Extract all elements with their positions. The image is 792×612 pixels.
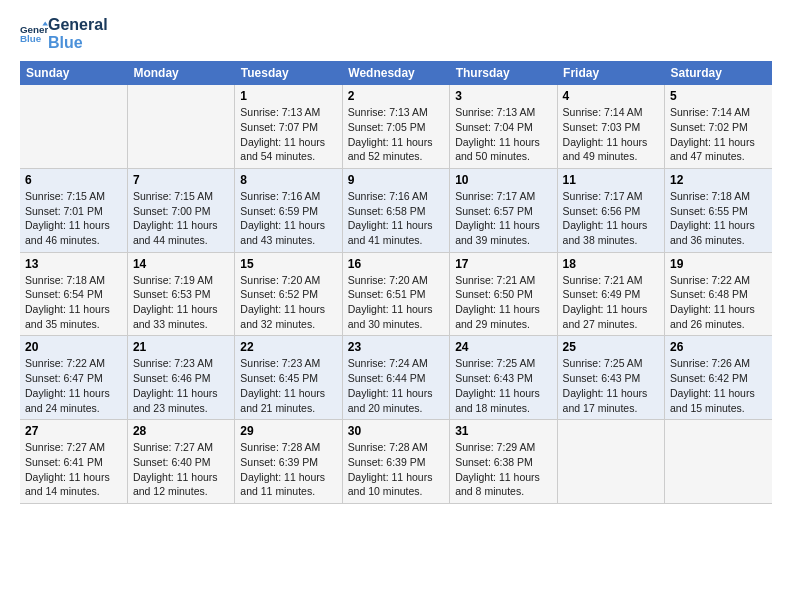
day-number: 14 [133, 257, 229, 271]
day-info: Sunrise: 7:28 AM Sunset: 6:39 PM Dayligh… [240, 440, 336, 499]
calendar-cell [127, 85, 234, 168]
calendar-cell: 23Sunrise: 7:24 AM Sunset: 6:44 PM Dayli… [342, 336, 449, 420]
calendar-cell: 16Sunrise: 7:20 AM Sunset: 6:51 PM Dayli… [342, 252, 449, 336]
header-day: Friday [557, 61, 664, 85]
logo: General Blue General Blue [20, 16, 108, 51]
calendar-cell: 3Sunrise: 7:13 AM Sunset: 7:04 PM Daylig… [450, 85, 557, 168]
calendar-cell: 31Sunrise: 7:29 AM Sunset: 6:38 PM Dayli… [450, 420, 557, 504]
header-day: Sunday [20, 61, 127, 85]
day-info: Sunrise: 7:16 AM Sunset: 6:59 PM Dayligh… [240, 189, 336, 248]
header-day: Wednesday [342, 61, 449, 85]
calendar-cell: 26Sunrise: 7:26 AM Sunset: 6:42 PM Dayli… [665, 336, 772, 420]
day-info: Sunrise: 7:29 AM Sunset: 6:38 PM Dayligh… [455, 440, 551, 499]
day-info: Sunrise: 7:15 AM Sunset: 7:00 PM Dayligh… [133, 189, 229, 248]
calendar-cell: 20Sunrise: 7:22 AM Sunset: 6:47 PM Dayli… [20, 336, 127, 420]
calendar-cell: 13Sunrise: 7:18 AM Sunset: 6:54 PM Dayli… [20, 252, 127, 336]
calendar-week-row: 1Sunrise: 7:13 AM Sunset: 7:07 PM Daylig… [20, 85, 772, 168]
day-number: 5 [670, 89, 767, 103]
calendar-cell: 6Sunrise: 7:15 AM Sunset: 7:01 PM Daylig… [20, 168, 127, 252]
day-number: 10 [455, 173, 551, 187]
calendar-cell: 1Sunrise: 7:13 AM Sunset: 7:07 PM Daylig… [235, 85, 342, 168]
day-number: 29 [240, 424, 336, 438]
calendar-cell: 29Sunrise: 7:28 AM Sunset: 6:39 PM Dayli… [235, 420, 342, 504]
day-number: 15 [240, 257, 336, 271]
calendar-cell: 14Sunrise: 7:19 AM Sunset: 6:53 PM Dayli… [127, 252, 234, 336]
calendar-cell: 28Sunrise: 7:27 AM Sunset: 6:40 PM Dayli… [127, 420, 234, 504]
header-row: SundayMondayTuesdayWednesdayThursdayFrid… [20, 61, 772, 85]
day-info: Sunrise: 7:27 AM Sunset: 6:41 PM Dayligh… [25, 440, 122, 499]
logo-general: General [48, 16, 108, 34]
day-info: Sunrise: 7:27 AM Sunset: 6:40 PM Dayligh… [133, 440, 229, 499]
day-number: 4 [563, 89, 659, 103]
day-info: Sunrise: 7:28 AM Sunset: 6:39 PM Dayligh… [348, 440, 444, 499]
calendar-week-row: 13Sunrise: 7:18 AM Sunset: 6:54 PM Dayli… [20, 252, 772, 336]
calendar-cell: 25Sunrise: 7:25 AM Sunset: 6:43 PM Dayli… [557, 336, 664, 420]
day-info: Sunrise: 7:17 AM Sunset: 6:56 PM Dayligh… [563, 189, 659, 248]
day-number: 27 [25, 424, 122, 438]
day-info: Sunrise: 7:13 AM Sunset: 7:07 PM Dayligh… [240, 105, 336, 164]
calendar-cell [665, 420, 772, 504]
day-number: 11 [563, 173, 659, 187]
day-info: Sunrise: 7:20 AM Sunset: 6:52 PM Dayligh… [240, 273, 336, 332]
logo-icon: General Blue [20, 20, 48, 48]
day-number: 3 [455, 89, 551, 103]
calendar-cell: 5Sunrise: 7:14 AM Sunset: 7:02 PM Daylig… [665, 85, 772, 168]
day-info: Sunrise: 7:14 AM Sunset: 7:03 PM Dayligh… [563, 105, 659, 164]
calendar-cell: 17Sunrise: 7:21 AM Sunset: 6:50 PM Dayli… [450, 252, 557, 336]
calendar-cell: 19Sunrise: 7:22 AM Sunset: 6:48 PM Dayli… [665, 252, 772, 336]
calendar-week-row: 6Sunrise: 7:15 AM Sunset: 7:01 PM Daylig… [20, 168, 772, 252]
day-info: Sunrise: 7:20 AM Sunset: 6:51 PM Dayligh… [348, 273, 444, 332]
day-number: 18 [563, 257, 659, 271]
calendar-cell: 12Sunrise: 7:18 AM Sunset: 6:55 PM Dayli… [665, 168, 772, 252]
day-number: 1 [240, 89, 336, 103]
day-info: Sunrise: 7:19 AM Sunset: 6:53 PM Dayligh… [133, 273, 229, 332]
day-number: 8 [240, 173, 336, 187]
day-info: Sunrise: 7:13 AM Sunset: 7:05 PM Dayligh… [348, 105, 444, 164]
day-number: 12 [670, 173, 767, 187]
calendar-cell: 11Sunrise: 7:17 AM Sunset: 6:56 PM Dayli… [557, 168, 664, 252]
day-info: Sunrise: 7:25 AM Sunset: 6:43 PM Dayligh… [455, 356, 551, 415]
calendar-cell: 27Sunrise: 7:27 AM Sunset: 6:41 PM Dayli… [20, 420, 127, 504]
day-info: Sunrise: 7:15 AM Sunset: 7:01 PM Dayligh… [25, 189, 122, 248]
day-info: Sunrise: 7:22 AM Sunset: 6:47 PM Dayligh… [25, 356, 122, 415]
day-info: Sunrise: 7:23 AM Sunset: 6:45 PM Dayligh… [240, 356, 336, 415]
day-number: 17 [455, 257, 551, 271]
header-day: Saturday [665, 61, 772, 85]
day-info: Sunrise: 7:16 AM Sunset: 6:58 PM Dayligh… [348, 189, 444, 248]
calendar-cell: 9Sunrise: 7:16 AM Sunset: 6:58 PM Daylig… [342, 168, 449, 252]
calendar-cell: 30Sunrise: 7:28 AM Sunset: 6:39 PM Dayli… [342, 420, 449, 504]
day-number: 31 [455, 424, 551, 438]
calendar-cell: 18Sunrise: 7:21 AM Sunset: 6:49 PM Dayli… [557, 252, 664, 336]
day-info: Sunrise: 7:17 AM Sunset: 6:57 PM Dayligh… [455, 189, 551, 248]
svg-text:Blue: Blue [20, 33, 42, 44]
header-day: Thursday [450, 61, 557, 85]
header: General Blue General Blue [20, 16, 772, 51]
calendar-table: SundayMondayTuesdayWednesdayThursdayFrid… [20, 61, 772, 504]
header-day: Monday [127, 61, 234, 85]
day-number: 30 [348, 424, 444, 438]
calendar-cell: 10Sunrise: 7:17 AM Sunset: 6:57 PM Dayli… [450, 168, 557, 252]
calendar-cell: 7Sunrise: 7:15 AM Sunset: 7:00 PM Daylig… [127, 168, 234, 252]
day-number: 19 [670, 257, 767, 271]
day-number: 21 [133, 340, 229, 354]
day-number: 22 [240, 340, 336, 354]
day-info: Sunrise: 7:26 AM Sunset: 6:42 PM Dayligh… [670, 356, 767, 415]
calendar-cell [20, 85, 127, 168]
day-number: 25 [563, 340, 659, 354]
calendar-cell: 15Sunrise: 7:20 AM Sunset: 6:52 PM Dayli… [235, 252, 342, 336]
calendar-cell: 2Sunrise: 7:13 AM Sunset: 7:05 PM Daylig… [342, 85, 449, 168]
day-info: Sunrise: 7:25 AM Sunset: 6:43 PM Dayligh… [563, 356, 659, 415]
logo-blue: Blue [48, 34, 108, 52]
day-number: 6 [25, 173, 122, 187]
day-number: 28 [133, 424, 229, 438]
day-number: 13 [25, 257, 122, 271]
day-number: 2 [348, 89, 444, 103]
day-number: 20 [25, 340, 122, 354]
day-info: Sunrise: 7:21 AM Sunset: 6:49 PM Dayligh… [563, 273, 659, 332]
day-info: Sunrise: 7:24 AM Sunset: 6:44 PM Dayligh… [348, 356, 444, 415]
day-number: 7 [133, 173, 229, 187]
calendar-cell: 24Sunrise: 7:25 AM Sunset: 6:43 PM Dayli… [450, 336, 557, 420]
calendar-week-row: 27Sunrise: 7:27 AM Sunset: 6:41 PM Dayli… [20, 420, 772, 504]
calendar-cell [557, 420, 664, 504]
day-number: 9 [348, 173, 444, 187]
